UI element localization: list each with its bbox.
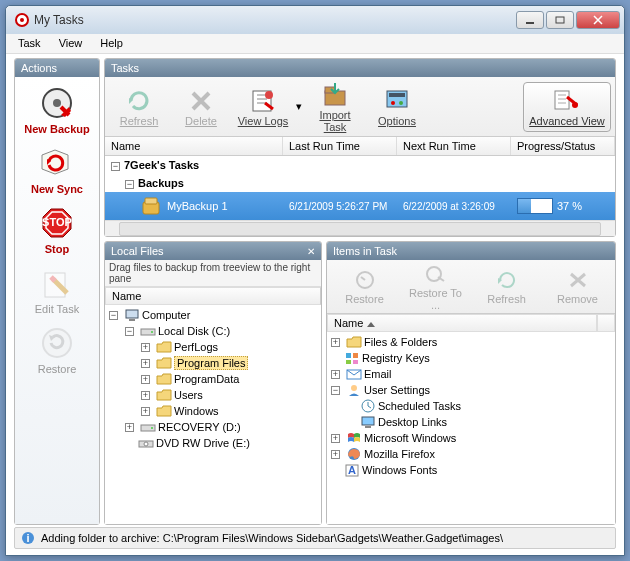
svg-rect-23 xyxy=(126,310,138,318)
tree-windows[interactable]: +Windows xyxy=(107,403,319,419)
item-microsoft-windows[interactable]: +Microsoft Windows xyxy=(329,430,613,446)
tree-computer[interactable]: −Computer xyxy=(107,307,319,323)
restore-to-icon xyxy=(424,263,448,285)
statusbar: i Adding folder to archive: C:\Program F… xyxy=(14,527,616,549)
tree-dvd-e[interactable]: DVD RW Drive (E:) xyxy=(107,435,319,451)
tree-programdata[interactable]: +ProgramData xyxy=(107,371,319,387)
stop-label: Stop xyxy=(23,243,91,255)
items-restore-button[interactable]: Restore xyxy=(336,269,394,305)
view-logs-button[interactable]: View Logs xyxy=(233,83,293,131)
tree-local-disk-c[interactable]: −Local Disk (C:) xyxy=(107,323,319,339)
sort-asc-icon xyxy=(367,322,375,327)
edit-task-icon xyxy=(39,265,75,301)
folder-icon xyxy=(156,356,172,370)
menu-help[interactable]: Help xyxy=(92,36,131,51)
items-refresh-button[interactable]: Refresh xyxy=(478,269,536,305)
task-group-root[interactable]: −7Geek's Tasks xyxy=(105,156,615,174)
tree-users[interactable]: +Users xyxy=(107,387,319,403)
task-last-run: 6/21/2009 5:26:27 PM xyxy=(283,199,397,214)
item-mozilla-firefox[interactable]: +Mozilla Firefox xyxy=(329,446,613,462)
items-extra-col[interactable] xyxy=(597,314,615,332)
item-scheduled-tasks[interactable]: Scheduled Tasks xyxy=(329,398,613,414)
menubar: Task View Help xyxy=(6,34,624,54)
maximize-button[interactable] xyxy=(546,11,574,29)
svg-point-38 xyxy=(351,385,357,391)
local-files-name-col[interactable]: Name xyxy=(105,287,321,305)
item-desktop-links[interactable]: Desktop Links xyxy=(329,414,613,430)
items-name-col[interactable]: Name xyxy=(327,314,597,332)
menu-view[interactable]: View xyxy=(51,36,91,51)
dropdown-arrow-icon[interactable]: ▾ xyxy=(295,100,303,113)
edit-task-button[interactable]: Edit Task xyxy=(21,261,93,319)
registry-icon xyxy=(344,351,360,365)
item-windows-fonts[interactable]: AWindows Fonts xyxy=(329,462,613,478)
delete-button[interactable]: Delete xyxy=(171,83,231,131)
svg-text:A: A xyxy=(348,464,356,476)
options-icon xyxy=(383,87,411,113)
options-button[interactable]: Options xyxy=(367,83,427,131)
new-sync-icon xyxy=(39,145,75,181)
item-email[interactable]: +Email xyxy=(329,366,613,382)
task-group-backups[interactable]: −Backups xyxy=(105,174,615,192)
new-backup-button[interactable]: New Backup xyxy=(21,81,93,139)
user-icon xyxy=(346,383,362,397)
view-logs-icon xyxy=(249,87,277,113)
task-icon xyxy=(141,196,161,216)
tasks-toolbar: Refresh Delete View Logs ▾ Import Task O… xyxy=(105,77,615,137)
items-tree[interactable]: +Files & Folders Registry Keys +Email −U… xyxy=(327,332,615,524)
progress-text: 37 % xyxy=(557,200,582,212)
new-sync-button[interactable]: New Sync xyxy=(21,141,93,199)
folder-icon xyxy=(156,372,172,386)
advanced-view-button[interactable]: Advanced View xyxy=(523,82,611,132)
item-files-folders[interactable]: +Files & Folders xyxy=(329,334,613,350)
windows-icon xyxy=(346,431,362,445)
menu-task[interactable]: Task xyxy=(10,36,49,51)
advanced-view-icon xyxy=(553,87,581,113)
tree-recovery-d[interactable]: +RECOVERY (D:) xyxy=(107,419,319,435)
item-registry-keys[interactable]: Registry Keys xyxy=(329,350,613,366)
font-icon: A xyxy=(344,463,360,477)
task-row[interactable]: MyBackup 1 6/21/2009 5:26:27 PM 6/22/200… xyxy=(105,192,615,220)
col-progress[interactable]: Progress/Status xyxy=(511,137,615,155)
drive-icon xyxy=(140,324,156,338)
close-button[interactable] xyxy=(576,11,620,29)
collapse-icon[interactable]: − xyxy=(125,180,134,189)
new-backup-icon xyxy=(39,85,75,121)
status-info-icon: i xyxy=(21,531,35,545)
titlebar[interactable]: My Tasks xyxy=(6,6,624,34)
window-title: My Tasks xyxy=(34,13,516,27)
svg-rect-34 xyxy=(353,353,358,358)
col-name[interactable]: Name xyxy=(105,137,283,155)
close-panel-icon[interactable]: ✕ xyxy=(307,246,315,257)
item-user-settings[interactable]: −User Settings xyxy=(329,382,613,398)
col-next-run[interactable]: Next Run Time xyxy=(397,137,511,155)
col-last-run[interactable]: Last Run Time xyxy=(283,137,397,155)
stop-button[interactable]: STOP Stop xyxy=(21,201,93,259)
minimize-button[interactable] xyxy=(516,11,544,29)
svg-rect-35 xyxy=(346,360,351,364)
local-files-tree[interactable]: −Computer −Local Disk (C:) +PerfLogs +Pr… xyxy=(105,305,321,524)
progress-bar xyxy=(517,198,553,214)
collapse-icon[interactable]: − xyxy=(111,162,120,171)
horizontal-scrollbar[interactable] xyxy=(105,220,615,236)
restore-button[interactable]: Restore xyxy=(21,321,93,379)
tree-program-files[interactable]: +Program Files xyxy=(107,355,319,371)
refresh-button[interactable]: Refresh xyxy=(109,83,169,131)
restore-icon xyxy=(39,325,75,361)
task-columns: Name Last Run Time Next Run Time Progres… xyxy=(105,137,615,156)
svg-point-30 xyxy=(144,442,148,446)
tasks-pane: Tasks Refresh Delete View Logs ▾ Import … xyxy=(104,58,616,237)
tree-perflogs[interactable]: +PerfLogs xyxy=(107,339,319,355)
refresh-icon xyxy=(495,269,519,291)
items-remove-button[interactable]: Remove xyxy=(549,269,607,305)
items-restore-to-button[interactable]: Restore To ... xyxy=(407,263,465,311)
new-sync-label: New Sync xyxy=(23,183,91,195)
refresh-icon xyxy=(125,87,153,113)
svg-rect-16 xyxy=(389,93,405,97)
clock-icon xyxy=(360,399,376,413)
svg-rect-40 xyxy=(362,417,374,425)
svg-rect-2 xyxy=(526,22,534,24)
import-task-button[interactable]: Import Task xyxy=(305,77,365,137)
svg-rect-33 xyxy=(346,353,351,358)
delete-icon xyxy=(187,87,215,113)
